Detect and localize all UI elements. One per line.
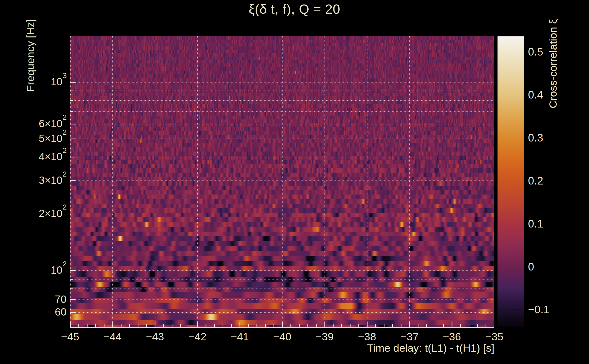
colorbar-tick-label: 0.2: [528, 175, 543, 187]
colorbar-tick: [510, 267, 524, 267]
x-tick-label: −41: [222, 330, 258, 343]
y-tick-label: 70: [0, 293, 66, 306]
x-tick-label: −40: [264, 330, 301, 343]
colorbar-tick: [510, 309, 524, 310]
colorbar-tick-label: 0: [528, 260, 534, 273]
colorbar-tick-label: 0.5: [528, 46, 543, 58]
y-tick-label: 3×102: [0, 174, 66, 187]
colorbar-title: Cross-correlation ξ: [547, 19, 559, 108]
colorbar-tick-label: 0.4: [528, 89, 543, 101]
colorbar-tick: [510, 138, 524, 138]
x-tick-label: −35: [476, 330, 512, 343]
correlation-heatmap-figure: ξ(δ t, f), Q = 20 Frequency [Hz] 1036×10…: [0, 0, 589, 364]
y-tick-label: 6×102: [0, 117, 66, 130]
x-tick-label: −38: [349, 330, 385, 343]
x-tick-label: −43: [137, 330, 173, 343]
x-axis-title: Time delay: t(L1) - t(H1) [s]: [0, 342, 494, 354]
colorbar-tick-label: 0.1: [528, 217, 543, 230]
colorbar-tick-label: −0.1: [528, 303, 550, 316]
x-tick-label: −37: [391, 330, 428, 343]
x-tick-label: −42: [179, 330, 216, 343]
x-tick-label: −36: [434, 330, 470, 343]
x-tick-label: −44: [94, 330, 131, 343]
heatmap-canvas: [70, 36, 494, 328]
colorbar-tick: [510, 52, 524, 52]
y-tick-label: 4×102: [0, 150, 66, 163]
chart-title: ξ(δ t, f), Q = 20: [0, 1, 589, 17]
y-tick-label: 5×102: [0, 132, 66, 145]
x-tick-label: −45: [52, 330, 88, 343]
colorbar-tick: [510, 224, 524, 224]
y-tick-label: 60: [0, 306, 66, 318]
x-tick-label: −39: [306, 330, 343, 343]
y-tick-label: 103: [0, 75, 66, 88]
colorbar-tick-label: 0.3: [528, 131, 543, 144]
colorbar-tick: [510, 181, 524, 181]
y-tick-label: 2×102: [0, 207, 66, 220]
colorbar-gradient: [497, 36, 524, 327]
y-tick-label: 102: [0, 264, 66, 276]
colorbar-tick: [510, 95, 524, 95]
